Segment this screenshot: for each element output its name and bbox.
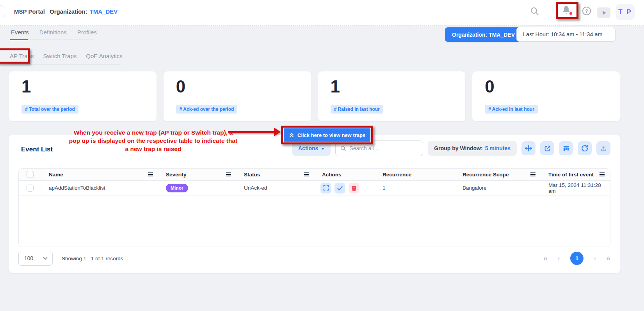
- org-label: Organization:: [50, 8, 87, 15]
- column-resize-icon: [525, 144, 532, 152]
- last-page-button[interactable]: »: [606, 254, 610, 263]
- stat-card-total: 1 # Total over the period: [9, 71, 157, 121]
- column-menu-icon[interactable]: [304, 172, 309, 173]
- search-icon: [340, 145, 346, 152]
- columns-button[interactable]: [559, 141, 573, 155]
- stat-label-badge: # Raised in last hour: [331, 105, 383, 114]
- column-label: Recurrence: [382, 172, 411, 178]
- subtab-qoe-analytics[interactable]: QoE Analytics: [86, 53, 122, 59]
- user-avatar[interactable]: T P: [616, 4, 635, 20]
- stat-value: 1: [331, 78, 466, 96]
- export-icon: [600, 145, 607, 152]
- msp-portal-page: MSP Portal Organization:TMA_DEV ? T P Ev…: [0, 0, 644, 311]
- column-menu-icon[interactable]: [226, 172, 231, 173]
- annotation-highlight-ap-traps: [0, 48, 30, 64]
- subtab-switch-traps[interactable]: Switch Traps: [43, 53, 76, 59]
- header-organization: Organization:TMA_DEV: [50, 8, 117, 15]
- annotation-highlight-new-traps: Click here to view new traps: [281, 126, 373, 144]
- annotation-line: pop up is displayed on the respective ta…: [59, 137, 248, 145]
- export-button[interactable]: [596, 141, 610, 155]
- pagination: « ‹ 1 › »: [543, 252, 610, 265]
- delete-button[interactable]: [349, 183, 359, 194]
- refresh-button[interactable]: [578, 141, 592, 155]
- cell-name: apAddStationToBlacklist: [41, 185, 158, 191]
- page-size-select[interactable]: 100: [18, 251, 53, 266]
- column-label: Severity: [166, 172, 187, 178]
- event-list-panel: Event List Actions Group by Window: 5 mi…: [9, 135, 620, 273]
- open-external-icon: [544, 145, 551, 152]
- top-bar: MSP Portal Organization:TMA_DEV ? T P: [0, 0, 644, 26]
- header-checkbox-cell: [19, 169, 41, 180]
- group-by-value[interactable]: 5 minutes: [485, 145, 511, 151]
- group-by-window-control[interactable]: Group by Window: 5 minutes: [428, 141, 517, 156]
- caret-down-icon: [321, 148, 324, 150]
- column-header-time: Time of first event: [541, 172, 610, 178]
- play-icon: [603, 11, 606, 15]
- tab-profiles[interactable]: Profiles: [77, 29, 97, 36]
- panel-title: Event List: [21, 146, 53, 153]
- search-icon[interactable]: [530, 7, 539, 18]
- stat-cards: 1 # Total over the period 0 # Ack-ed ove…: [9, 71, 620, 121]
- records-summary: Showing 1 - 1 of 1 records: [62, 256, 123, 261]
- tab-definitions[interactable]: Definitions: [39, 29, 67, 36]
- table-footer: 100 Showing 1 - 1 of 1 records « ‹ 1 › »: [18, 251, 610, 266]
- time-range-selector[interactable]: Last Hour: 10:34 am - 11:34 am: [516, 27, 616, 42]
- cell-recurrence-scope: Bangalore: [455, 185, 541, 191]
- stat-card-acked-hour: 0 # Ack-ed in last hour: [472, 71, 620, 121]
- row-checkbox[interactable]: [27, 185, 34, 192]
- app-title: MSP Portal: [14, 8, 45, 15]
- table-row: apAddStationToBlacklist Minor UnAck-ed: [19, 181, 610, 195]
- refresh-icon: [581, 144, 589, 152]
- column-header-actions: Actions: [315, 172, 375, 178]
- current-page-button[interactable]: 1: [570, 252, 584, 265]
- tab-events[interactable]: Events: [11, 29, 29, 36]
- main-tabs: Events Definitions Profiles: [11, 29, 97, 36]
- view-new-traps-button[interactable]: Click here to view new traps: [284, 128, 370, 142]
- column-resize-button[interactable]: [521, 141, 535, 155]
- select-all-checkbox[interactable]: [27, 171, 34, 178]
- row-checkbox-cell: [19, 181, 41, 195]
- column-header-recurrence: Recurrence: [375, 172, 455, 178]
- column-header-severity: Severity: [158, 172, 237, 178]
- column-label: Actions: [322, 172, 342, 178]
- columns-icon: [562, 145, 570, 152]
- chevron-down-icon: [43, 255, 47, 259]
- column-menu-icon[interactable]: [530, 172, 535, 173]
- table-empty-area: [19, 195, 610, 247]
- first-page-button[interactable]: «: [543, 254, 548, 263]
- org-value[interactable]: TMA_DEV: [90, 8, 118, 15]
- double-chevron-up-icon: [289, 132, 294, 138]
- stat-label-badge: # Total over the period: [21, 105, 78, 114]
- expand-row-button[interactable]: [320, 183, 331, 194]
- cell-time-of-first-event: Mar 15, 2024 11:31:28 am: [541, 182, 610, 194]
- annotation-line: a new trap is raised: [59, 145, 248, 153]
- stat-value: 1: [21, 78, 157, 96]
- next-page-button[interactable]: ›: [594, 254, 596, 263]
- video-tutorial-button[interactable]: [597, 7, 610, 18]
- stat-card-raised-hour: 1 # Raised in last hour: [318, 71, 466, 121]
- column-header-name: Name: [41, 172, 158, 178]
- sidebar-collapse-stub[interactable]: [0, 5, 5, 17]
- prev-page-button[interactable]: ‹: [558, 254, 560, 263]
- group-by-label: Group by Window:: [434, 145, 482, 151]
- organization-filter-button[interactable]: Organization: TMA_DEV: [445, 27, 522, 42]
- open-external-button[interactable]: [540, 141, 554, 155]
- help-icon[interactable]: ?: [582, 7, 591, 15]
- column-label: Status: [244, 172, 260, 178]
- column-menu-icon[interactable]: [600, 172, 605, 173]
- acknowledge-button[interactable]: [334, 183, 345, 194]
- severity-badge: Minor: [166, 184, 188, 192]
- stat-label-badge: # Ack-ed over the period: [176, 105, 238, 114]
- column-label: Time of first event: [548, 172, 594, 178]
- recurrence-link[interactable]: 1: [382, 185, 386, 191]
- check-icon: [337, 185, 343, 191]
- actions-label: Actions: [298, 145, 318, 151]
- search-input[interactable]: [349, 145, 418, 151]
- column-menu-icon[interactable]: [148, 172, 153, 173]
- annotation-text: When you receive a new trap (AP trap or …: [59, 128, 248, 153]
- stat-label-badge: # Ack-ed in last hour: [485, 105, 538, 114]
- subtabs-underline: [10, 64, 121, 65]
- annotation-arrow: [228, 131, 276, 133]
- stat-value: 0: [485, 78, 620, 96]
- annotation-highlight-bell: [556, 2, 578, 19]
